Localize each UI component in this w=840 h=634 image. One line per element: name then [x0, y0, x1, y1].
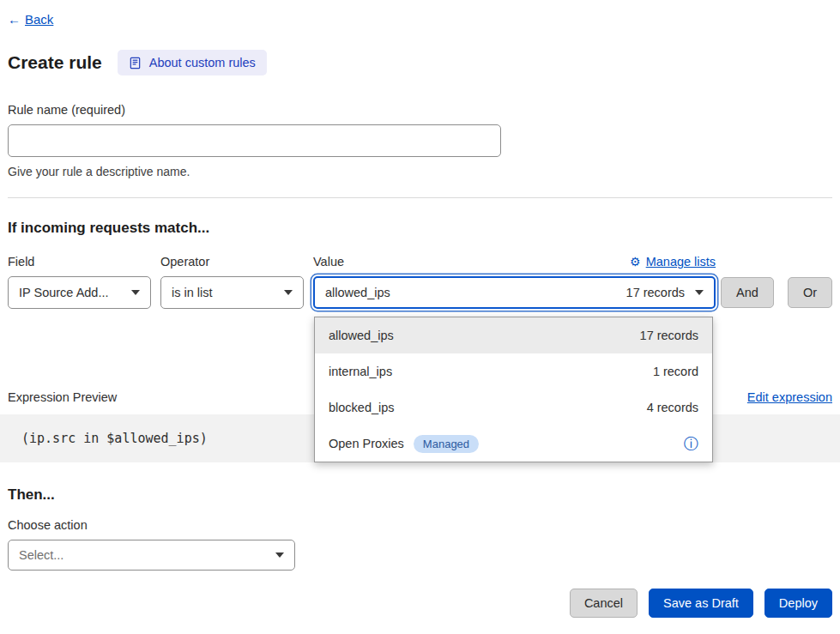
chevron-down-icon — [284, 290, 293, 295]
list-name: allowed_ips — [329, 329, 394, 342]
about-custom-rules-link[interactable]: About custom rules — [118, 50, 267, 75]
chevron-down-icon — [275, 552, 284, 558]
value-label: Value — [313, 255, 344, 269]
operator-select-value: is in list — [172, 286, 213, 299]
section-divider — [8, 197, 832, 198]
expression-preview-label: Expression Preview — [8, 390, 117, 404]
then-section-heading: Then... — [8, 486, 832, 504]
back-arrow-icon: ← — [8, 12, 21, 27]
footer-actions: Cancel Save as Draft Deploy — [8, 589, 832, 618]
list-record-count: 17 records — [640, 329, 699, 342]
value-select[interactable]: allowed_ips 17 records — [313, 276, 716, 309]
title-row: Create rule About custom rules — [8, 50, 832, 75]
value-column: Value ⚙ Manage lists allowed_ips 17 reco… — [313, 255, 716, 309]
and-button[interactable]: And — [721, 277, 774, 308]
field-column: Field IP Source Add... — [8, 255, 151, 309]
rule-name-label: Rule name (required) — [8, 103, 832, 117]
value-dropdown-menu: allowed_ips 17 records internal_ips 1 re… — [314, 317, 713, 462]
operator-select[interactable]: is in list — [160, 276, 304, 309]
field-select[interactable]: IP Source Add... — [8, 276, 151, 309]
deploy-button[interactable]: Deploy — [764, 589, 832, 618]
operator-column: Operator is in list — [160, 255, 304, 309]
create-rule-page: ← Back Create rule About custom rules Ru… — [0, 0, 840, 618]
manage-lists-label: Manage lists — [646, 255, 716, 269]
list-name: internal_ips — [329, 365, 392, 378]
save-as-draft-button[interactable]: Save as Draft — [649, 589, 753, 618]
list-name-group: Open Proxies Managed — [329, 435, 479, 453]
choose-action-label: Choose action — [8, 518, 832, 532]
chevron-down-icon — [695, 290, 704, 295]
info-icon[interactable]: ⓘ — [684, 437, 698, 451]
gear-icon: ⚙ — [630, 256, 641, 268]
back-link[interactable]: ← Back — [8, 12, 53, 27]
page-title: Create rule — [8, 52, 102, 73]
edit-expression-link[interactable]: Edit expression — [747, 390, 832, 404]
match-condition-row: Field IP Source Add... Operator is in li… — [8, 255, 832, 309]
value-select-right: 17 records — [626, 286, 704, 299]
value-select-records: 17 records — [626, 286, 686, 299]
document-icon — [129, 57, 142, 69]
dropdown-item-open-proxies[interactable]: Open Proxies Managed ⓘ — [315, 426, 712, 462]
about-custom-rules-label: About custom rules — [149, 56, 256, 69]
cancel-button[interactable]: Cancel — [570, 589, 638, 618]
operator-label: Operator — [160, 255, 304, 269]
list-name: blocked_ips — [329, 401, 395, 414]
field-label: Field — [8, 255, 151, 269]
value-select-value: allowed_ips — [325, 286, 390, 299]
dropdown-item-internal-ips[interactable]: internal_ips 1 record — [315, 353, 712, 389]
match-section-heading: If incoming requests match... — [8, 220, 832, 237]
rule-name-helper: Give your rule a descriptive name. — [8, 165, 832, 178]
list-name: Open Proxies — [329, 437, 404, 450]
dropdown-item-blocked-ips[interactable]: blocked_ips 4 records — [315, 389, 712, 426]
back-link-label: Back — [25, 12, 53, 27]
action-select-placeholder: Select... — [19, 548, 63, 562]
managed-badge: Managed — [414, 435, 479, 453]
action-select[interactable]: Select... — [8, 540, 295, 571]
or-button[interactable]: Or — [788, 277, 832, 308]
rule-name-input[interactable] — [8, 124, 501, 157]
field-select-value: IP Source Add... — [19, 286, 109, 299]
manage-lists-link[interactable]: ⚙ Manage lists — [630, 255, 716, 269]
list-record-count: 1 record — [653, 365, 698, 378]
list-record-count: 4 records — [647, 401, 698, 414]
chevron-down-icon — [131, 290, 140, 295]
value-label-row: Value ⚙ Manage lists — [313, 255, 716, 269]
dropdown-item-allowed-ips[interactable]: allowed_ips 17 records — [315, 317, 712, 353]
